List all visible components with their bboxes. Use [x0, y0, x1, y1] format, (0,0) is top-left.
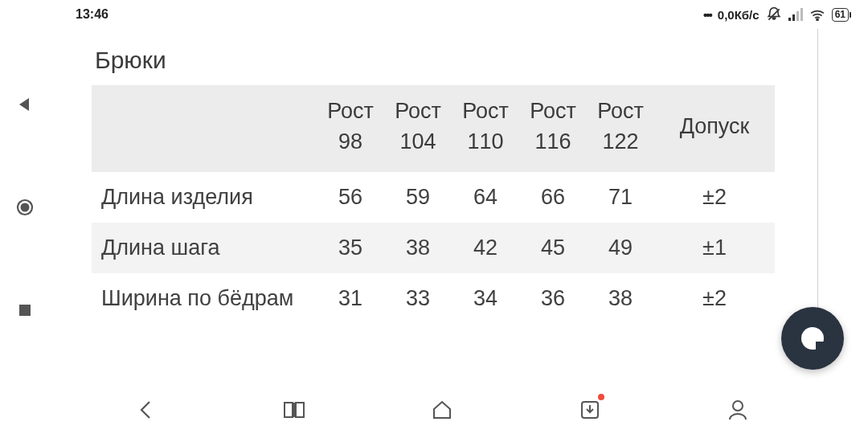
home-button[interactable] — [13, 195, 37, 219]
back-button[interactable] — [13, 92, 37, 117]
home-nav-button[interactable] — [426, 394, 458, 426]
mute-icon — [766, 6, 782, 23]
battery-indicator: 61 — [832, 8, 849, 22]
svg-point-8 — [21, 203, 30, 212]
svg-rect-3 — [796, 11, 799, 21]
download-icon — [579, 399, 600, 420]
col-tolerance: Допуск — [654, 85, 775, 172]
cell-tolerance: ±1 — [654, 223, 775, 273]
signal-icon — [788, 8, 803, 21]
chat-icon — [801, 327, 824, 350]
profile-button[interactable] — [722, 394, 754, 426]
cell: 59 — [384, 172, 452, 223]
cell: 66 — [519, 172, 587, 223]
svg-marker-6 — [19, 98, 29, 111]
nav-back-button[interactable] — [130, 394, 162, 426]
cell: 34 — [452, 273, 519, 324]
table-row: Длина шага 35 38 42 45 49 ±1 — [92, 223, 775, 273]
svg-point-13 — [733, 401, 743, 411]
system-nav-rail — [0, 29, 50, 386]
clock: 13:46 — [76, 7, 108, 22]
svg-point-5 — [817, 18, 818, 20]
notification-dot — [598, 394, 604, 400]
cell: 38 — [587, 273, 654, 324]
col-size-110: Рост 110 — [452, 85, 519, 172]
cell: 35 — [317, 223, 384, 273]
table-row: Ширина по бёдрам 31 33 34 36 38 ±2 — [92, 273, 775, 324]
svg-rect-4 — [800, 8, 803, 21]
svg-rect-2 — [792, 14, 795, 21]
svg-rect-9 — [19, 305, 31, 316]
network-speed: 0,0Кб/с — [718, 8, 760, 22]
cell: 42 — [452, 223, 519, 273]
recents-button[interactable] — [13, 298, 37, 322]
cell: 31 — [317, 273, 384, 324]
table-header-row: Рост 98 Рост 104 Рост 110 Рост 116 Рост … — [92, 85, 775, 172]
cell: 36 — [519, 273, 587, 324]
svg-rect-1 — [788, 18, 791, 21]
table-row: Длина изделия 56 59 64 66 71 ±2 — [92, 172, 775, 223]
downloads-button[interactable] — [574, 394, 606, 426]
profile-icon — [727, 399, 748, 421]
row-label: Ширина по бёдрам — [92, 273, 317, 324]
cell: 45 — [519, 223, 587, 273]
home-icon — [431, 399, 453, 420]
row-label: Длина изделия — [92, 172, 317, 223]
col-size-98: Рост 98 — [317, 85, 384, 172]
main-content: Брюки Рост 98 Рост 104 Рост 110 Рост 116… — [50, 29, 868, 386]
cell-tolerance: ±2 — [654, 273, 775, 324]
status-bar: 13:46 ••• 0,0Кб/с 61 — [0, 0, 868, 29]
chat-fab[interactable] — [781, 307, 844, 370]
cell: 38 — [384, 223, 452, 273]
book-icon — [282, 399, 306, 420]
col-size-122: Рост 122 — [587, 85, 654, 172]
cell: 49 — [587, 223, 654, 273]
row-label: Длина шага — [92, 223, 317, 273]
status-right: ••• 0,0Кб/с 61 — [703, 6, 849, 23]
col-size-116: Рост 116 — [519, 85, 587, 172]
cell: 71 — [587, 172, 654, 223]
cell-tolerance: ±2 — [654, 172, 775, 223]
catalog-button[interactable] — [278, 394, 310, 426]
col-size-104: Рост 104 — [384, 85, 452, 172]
bottom-bar — [0, 386, 868, 434]
cell: 56 — [317, 172, 384, 223]
right-divider — [817, 29, 818, 334]
col-blank — [92, 85, 317, 172]
section-title: Брюки — [95, 47, 850, 74]
size-table: Рост 98 Рост 104 Рост 110 Рост 116 Рост … — [92, 85, 775, 324]
cell: 64 — [452, 172, 519, 223]
wifi-icon — [809, 8, 825, 21]
cell: 33 — [384, 273, 452, 324]
